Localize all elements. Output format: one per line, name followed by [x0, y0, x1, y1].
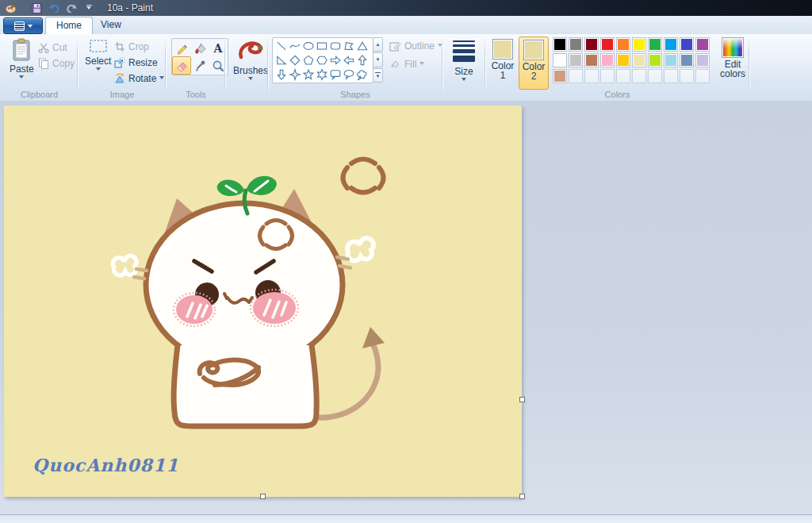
shape-ellipse[interactable]: [301, 39, 315, 53]
customize-quick-access-icon[interactable]: [82, 2, 96, 14]
shapes-scroll-down-button[interactable]: ▼: [373, 52, 383, 67]
shape-callout-cloud[interactable]: [355, 67, 369, 82]
crop-button[interactable]: Crop: [114, 40, 149, 54]
group-label-tools: Tools: [167, 90, 224, 99]
palette-swatch[interactable]: [553, 53, 567, 67]
palette-swatch[interactable]: [695, 53, 710, 67]
tools-grid: A: [171, 38, 228, 75]
palette-swatch[interactable]: [553, 69, 567, 83]
redo-icon[interactable]: [64, 2, 79, 14]
canvas-resize-handle-right[interactable]: [519, 397, 525, 402]
shape-arrow-up[interactable]: [355, 53, 369, 67]
palette-swatch[interactable]: [584, 53, 599, 67]
eraser-tool[interactable]: [172, 56, 191, 75]
shapes-scroll-buttons: ▲ ▼ ▼: [373, 37, 383, 83]
group-label-clipboard: Clipboard: [2, 90, 77, 99]
pencil-icon: [175, 42, 188, 55]
shape-callout-rounded[interactable]: [328, 67, 342, 82]
undo-icon[interactable]: [47, 2, 61, 14]
shape-arrow-right[interactable]: [328, 53, 342, 67]
shape-hexagon[interactable]: [315, 53, 328, 67]
palette-swatch[interactable]: [553, 37, 567, 52]
shape-star-6[interactable]: [315, 67, 328, 82]
paste-button[interactable]: Paste: [7, 37, 36, 83]
shapes-grid: [272, 37, 373, 83]
fill-bucket-tool[interactable]: [191, 40, 209, 56]
shape-callout-oval[interactable]: [342, 67, 355, 82]
shape-star-5[interactable]: [301, 67, 315, 82]
shapes-scroll-up-button[interactable]: ▲: [373, 37, 383, 52]
palette-swatch-empty[interactable]: [584, 69, 599, 83]
shape-pentagon[interactable]: [301, 53, 315, 67]
shape-line[interactable]: [274, 39, 288, 53]
copy-label: Copy: [52, 58, 75, 69]
select-label: Select: [85, 56, 111, 67]
palette-swatch[interactable]: [664, 37, 678, 52]
fill-button[interactable]: Fill: [389, 57, 424, 71]
palette-swatch[interactable]: [680, 37, 694, 52]
shape-polygon[interactable]: [342, 39, 355, 53]
palette-swatch[interactable]: [616, 53, 630, 67]
outline-button[interactable]: Outline: [389, 39, 442, 53]
shape-rounded-rectangle[interactable]: [328, 39, 342, 53]
palette-swatch-empty[interactable]: [632, 69, 646, 83]
palette-swatch[interactable]: [664, 53, 678, 67]
brushes-button[interactable]: Brushes: [231, 37, 270, 84]
edit-colors-button[interactable]: Edit colors: [716, 37, 749, 79]
canvas-resize-handle-corner[interactable]: [519, 494, 525, 499]
shape-diamond[interactable]: [288, 53, 301, 67]
color1-button[interactable]: Color 1: [488, 37, 517, 88]
shape-right-triangle[interactable]: [274, 53, 288, 67]
palette-swatch[interactable]: [632, 37, 646, 52]
palette-swatch[interactable]: [648, 37, 662, 52]
color-picker-tool[interactable]: [191, 57, 209, 74]
palette-swatch[interactable]: [569, 37, 583, 52]
copy-button[interactable]: Copy: [38, 56, 75, 71]
paint-app-icon[interactable]: [3, 2, 17, 14]
palette-swatch[interactable]: [648, 53, 662, 67]
shape-rectangle[interactable]: [315, 39, 328, 53]
shape-arrow-left[interactable]: [342, 53, 355, 67]
outline-icon: [389, 40, 401, 52]
save-icon[interactable]: [29, 2, 44, 14]
palette-swatch-empty[interactable]: [695, 69, 710, 83]
palette-swatch-empty[interactable]: [680, 69, 694, 83]
size-button[interactable]: Size: [450, 39, 478, 85]
fill-label: Fill: [404, 59, 416, 70]
palette-swatch[interactable]: [569, 53, 583, 67]
cat-head: [146, 203, 343, 367]
palette-swatch-empty[interactable]: [648, 69, 662, 83]
palette-swatch[interactable]: [584, 37, 599, 52]
rotate-button[interactable]: Rotate: [114, 71, 164, 86]
group-divider: [267, 38, 268, 95]
palette-swatch[interactable]: [600, 53, 615, 67]
edit-colors-label: Edit colors: [716, 60, 749, 79]
shape-triangle[interactable]: [355, 39, 369, 53]
canvas-resize-handle-bottom[interactable]: [260, 494, 266, 499]
shape-curve[interactable]: [288, 39, 301, 53]
paint-canvas[interactable]: QuocAnh0811: [4, 106, 522, 497]
resize-button[interactable]: Resize: [114, 56, 158, 70]
tab-home[interactable]: Home: [45, 17, 93, 34]
cat-drawing: QuocAnh0811: [4, 106, 522, 497]
pencil-tool[interactable]: [173, 40, 190, 56]
tab-view[interactable]: View: [90, 17, 132, 33]
palette-swatch[interactable]: [632, 53, 646, 67]
color2-button[interactable]: Color 2: [519, 37, 549, 90]
ribbon-tab-row: Home View: [0, 16, 812, 35]
application-menu-button[interactable]: [3, 17, 43, 34]
shape-star-4[interactable]: [288, 67, 301, 82]
shape-arrow-down[interactable]: [274, 67, 288, 82]
cut-button[interactable]: Cut: [38, 40, 67, 55]
palette-swatch[interactable]: [695, 37, 710, 52]
select-button[interactable]: Select: [82, 37, 113, 75]
palette-swatch[interactable]: [600, 37, 615, 52]
palette-swatch[interactable]: [680, 53, 694, 67]
palette-swatch-empty[interactable]: [664, 69, 678, 83]
palette-swatch[interactable]: [616, 37, 630, 52]
crop-icon: [114, 41, 125, 52]
palette-swatch-empty[interactable]: [569, 69, 583, 83]
palette-swatch-empty[interactable]: [600, 69, 615, 83]
palette-swatch-empty[interactable]: [616, 69, 630, 83]
shapes-more-button[interactable]: ▼: [373, 68, 383, 83]
